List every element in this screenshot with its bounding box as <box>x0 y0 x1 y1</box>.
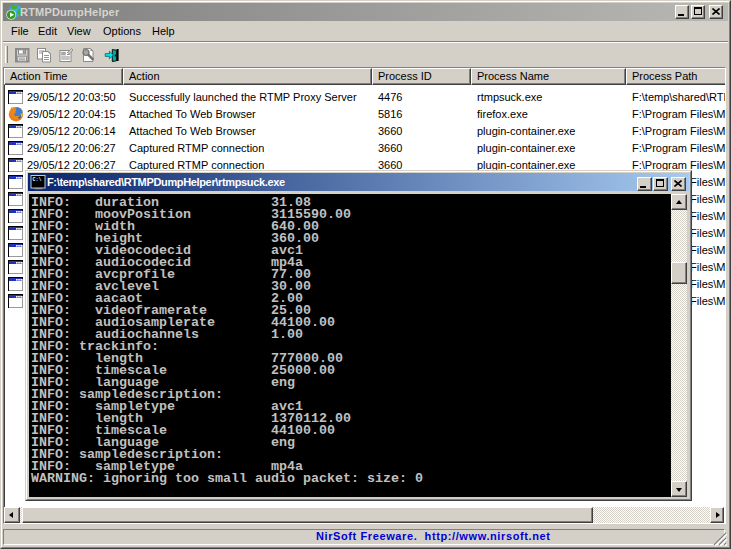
svg-text:C:\: C:\ <box>33 177 42 183</box>
